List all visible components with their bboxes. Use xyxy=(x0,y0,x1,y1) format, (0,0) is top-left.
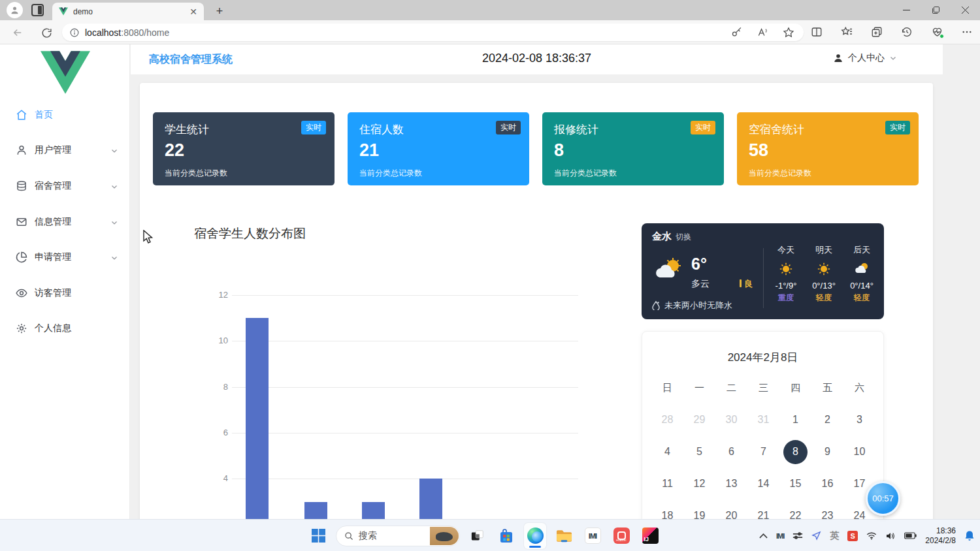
battery-icon[interactable] xyxy=(904,532,917,539)
screen-recorder-timer[interactable]: 00:57 xyxy=(866,481,900,516)
calendar-day[interactable]: 29 xyxy=(683,408,715,432)
tray-clock[interactable]: 18:36 2024/2/8 xyxy=(925,526,956,546)
forecast-range: -1°/9° xyxy=(767,281,805,291)
stat-title: 学生统计 xyxy=(165,122,323,137)
notification-bell-icon[interactable] xyxy=(964,530,975,541)
essentials-status-dot xyxy=(939,34,944,39)
taskbar-search[interactable]: 搜索 xyxy=(336,526,460,546)
imi-app-icon[interactable]: IMI xyxy=(581,523,604,549)
calendar-day[interactable]: 16 xyxy=(811,472,843,496)
url-path: :8080/home xyxy=(121,27,169,38)
calendar-day[interactable]: 11 xyxy=(651,472,683,496)
calendar-day[interactable]: 9 xyxy=(811,440,843,464)
calendar-day-selected[interactable]: 8 xyxy=(779,440,811,464)
stat-card-empty-dorms[interactable]: 空宿舍统计 58 当前分类总记录数 实时 xyxy=(737,112,919,185)
calendar-day[interactable]: 1 xyxy=(779,408,811,432)
tab-close-icon[interactable]: ✕ xyxy=(189,7,197,16)
workspaces-icon[interactable] xyxy=(31,4,44,16)
forecast-today: 今天 -1°/9° 重度 xyxy=(767,244,805,304)
wifi-icon[interactable] xyxy=(866,531,877,540)
sidebar-item-applications[interactable]: 申请管理 xyxy=(0,243,130,272)
sidebar-item-label: 个人信息 xyxy=(35,323,71,334)
start-button[interactable] xyxy=(307,525,329,547)
refresh-button[interactable] xyxy=(39,25,54,40)
close-window-button[interactable] xyxy=(951,0,980,20)
calendar-day[interactable]: 14 xyxy=(747,472,779,496)
edge-browser-icon[interactable] xyxy=(524,523,546,549)
sunny-icon xyxy=(805,262,843,276)
windows-logo-icon xyxy=(312,529,325,543)
sidebar-item-users[interactable]: 用户管理 xyxy=(0,136,130,165)
calendar-day[interactable]: 28 xyxy=(651,408,683,432)
tray-expand-chevron[interactable] xyxy=(759,533,768,539)
calendar-day[interactable]: 4 xyxy=(651,440,683,464)
stat-value: 8 xyxy=(554,140,712,161)
favorite-star-icon[interactable] xyxy=(783,27,794,38)
stat-card-repairs[interactable]: 报修统计 8 当前分类总记录数 实时 xyxy=(542,112,724,185)
calendar-day[interactable]: 18 xyxy=(651,504,683,519)
back-button[interactable] xyxy=(10,25,25,40)
calendar-day[interactable]: 2 xyxy=(811,408,843,432)
tray-sogou-icon[interactable]: S xyxy=(847,531,858,541)
tray-eudic-icon[interactable]: 英 xyxy=(830,530,839,542)
maximize-button[interactable] xyxy=(921,0,951,20)
calendar-day[interactable]: 13 xyxy=(715,472,747,496)
tray-imi-icon[interactable]: IMI xyxy=(776,532,784,540)
taskbar-center: 搜索 IMI HUAWEI IJ xyxy=(307,520,661,551)
calendar-day[interactable]: 15 xyxy=(779,472,811,496)
sidebar-item-visitors[interactable]: 访客管理 xyxy=(0,279,130,307)
weekday-header: 日 xyxy=(651,376,683,400)
tray-location-icon[interactable] xyxy=(811,531,821,541)
split-screen-icon[interactable] xyxy=(810,25,823,39)
intellij-idea-icon[interactable]: IJ xyxy=(639,523,661,549)
calendar-day[interactable]: 3 xyxy=(843,408,875,432)
y-axis-tick: 6 xyxy=(211,428,228,437)
calendar-day[interactable]: 21 xyxy=(747,504,779,519)
calendar-day[interactable]: 7 xyxy=(747,440,779,464)
stat-card-residents[interactable]: 住宿人数 21 当前分类总记录数 实时 xyxy=(348,112,529,185)
calendar-day[interactable]: 23 xyxy=(811,504,843,519)
user-center-dropdown[interactable]: 个人中心 xyxy=(833,52,897,64)
settings-more-icon[interactable] xyxy=(960,25,973,39)
sidebar-item-home[interactable]: 首页 xyxy=(0,101,130,129)
favorites-list-icon[interactable] xyxy=(840,25,853,39)
collections-icon[interactable] xyxy=(870,25,883,39)
minimize-button[interactable] xyxy=(892,0,921,20)
volume-icon[interactable] xyxy=(885,531,896,541)
browser-tab[interactable]: demo ✕ xyxy=(52,3,204,20)
tray-sliders-icon[interactable] xyxy=(792,531,803,540)
file-explorer-icon[interactable] xyxy=(553,523,575,549)
search-highlight-image[interactable] xyxy=(430,527,459,545)
browser-essentials-icon[interactable] xyxy=(930,25,943,39)
person-icon xyxy=(833,53,843,63)
calendar-day[interactable]: 30 xyxy=(715,408,747,432)
new-tab-button[interactable]: + xyxy=(212,3,227,19)
browser-profile-avatar[interactable] xyxy=(7,2,23,18)
huawei-appgallery-icon[interactable]: HUAWEI xyxy=(610,523,632,549)
history-icon[interactable] xyxy=(900,25,913,39)
calendar-day[interactable]: 22 xyxy=(779,504,811,519)
url-host: localhost xyxy=(85,27,121,38)
microsoft-store-icon[interactable] xyxy=(495,523,517,549)
stat-card-students[interactable]: 学生统计 22 当前分类总记录数 实时 xyxy=(153,112,335,185)
read-aloud-icon[interactable] xyxy=(757,27,768,38)
sidebar-item-profile[interactable]: 个人信息 xyxy=(0,314,130,343)
weather-city: 金水 xyxy=(652,230,672,243)
stat-subtitle: 当前分类总记录数 xyxy=(554,168,712,179)
task-view-button[interactable] xyxy=(466,523,489,549)
sidebar-item-messages[interactable]: 信息管理 xyxy=(0,208,130,236)
weather-switch-link[interactable]: 切换 xyxy=(676,232,691,243)
calendar-day[interactable]: 31 xyxy=(747,408,779,432)
weather-tip: 未来两小时无降水 xyxy=(652,300,732,311)
calendar-day[interactable]: 10 xyxy=(843,440,875,464)
calendar-day[interactable]: 5 xyxy=(683,440,715,464)
address-bar[interactable]: localhost:8080/home xyxy=(62,24,804,41)
calendar-day[interactable]: 20 xyxy=(715,504,747,519)
password-key-icon[interactable] xyxy=(731,27,742,38)
site-info-icon[interactable] xyxy=(70,28,79,37)
calendar-day[interactable]: 6 xyxy=(715,440,747,464)
calendar-day[interactable]: 19 xyxy=(683,504,715,519)
calendar-day[interactable]: 12 xyxy=(683,472,715,496)
weekday-header: 五 xyxy=(811,376,843,400)
sidebar-item-dorms[interactable]: 宿舍管理 xyxy=(0,172,130,200)
